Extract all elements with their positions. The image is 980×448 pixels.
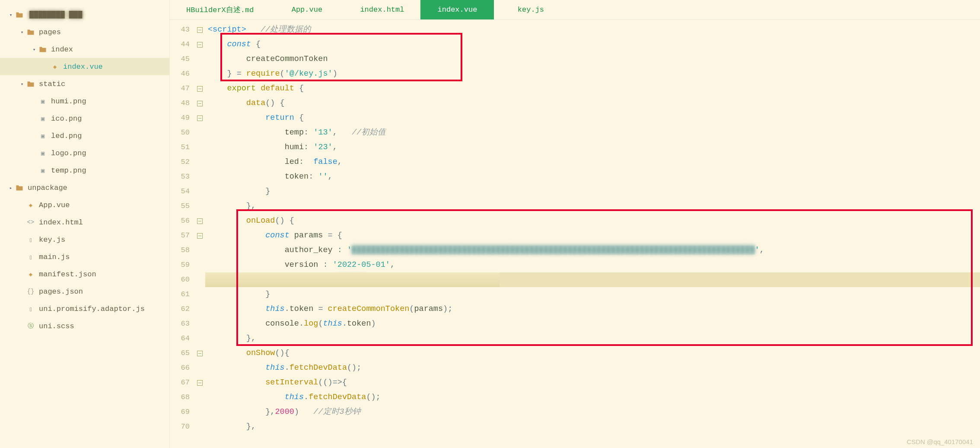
fold-toggle-icon[interactable]: [197, 27, 203, 33]
code-line: }: [205, 287, 980, 302]
code-line: createCommonToken: [205, 52, 980, 67]
tree-label: pages.json: [39, 288, 83, 296]
tree-file[interactable]: <>index.html: [0, 214, 169, 231]
tree-file[interactable]: ⓢuni.scss: [0, 317, 169, 335]
code-line: }: [205, 184, 980, 199]
tree-label: logo.png: [51, 149, 86, 157]
js-file-icon: ▯: [27, 236, 35, 243]
code-line: version : '2022-05-01',: [205, 258, 980, 272]
tree-file[interactable]: ◈App.vue: [0, 196, 169, 214]
code-line: return {: [205, 111, 980, 125]
tree-label: humi.png: [51, 97, 86, 106]
tree-label: temp.png: [51, 166, 86, 175]
tab-index-html[interactable]: index.html: [344, 0, 420, 19]
tree-file[interactable]: ▯main.js: [0, 248, 169, 266]
html-file-icon: <>: [27, 218, 35, 226]
tree-file[interactable]: ▣humi.png: [0, 93, 169, 110]
chevron-down-icon: ▾: [31, 47, 37, 52]
tree-label: static: [39, 80, 65, 88]
tab-index-vue[interactable]: index.vue: [420, 0, 494, 19]
folder-icon: [16, 11, 23, 19]
main-area: HBuilderX自述.md App.vue index.html index.…: [170, 0, 980, 448]
fold-toggle-icon[interactable]: [197, 218, 203, 224]
image-file-icon: ▣: [39, 97, 47, 105]
code-line: humi: '23',: [205, 140, 980, 155]
watermark: CSDN @qq_40170041: [907, 438, 973, 445]
tab-label: HBuilderX自述.md: [186, 5, 254, 15]
code-line: const {: [205, 37, 980, 52]
code-line: this.fetchDevData();: [205, 361, 980, 375]
code-line: },: [205, 419, 980, 434]
fold-toggle-icon[interactable]: [197, 115, 203, 121]
tree-label: led.png: [51, 132, 82, 140]
code-line: onShow(){: [205, 346, 980, 361]
tree-file[interactable]: {}pages.json: [0, 283, 169, 300]
tree-label: unpackage: [28, 184, 67, 192]
tab-label: App.vue: [292, 6, 322, 14]
fold-toggle-icon[interactable]: [197, 42, 203, 48]
code-line: export default {: [205, 81, 980, 96]
chevron-right-icon: ▸: [8, 185, 14, 191]
chevron-down-icon: ▾: [19, 81, 25, 87]
gutter: 43444546 47484950 51525354 55565758 5960…: [170, 20, 194, 448]
tab-app-vue[interactable]: App.vue: [270, 0, 344, 19]
tab-hbuilderx-readme[interactable]: HBuilderX自述.md: [170, 0, 270, 19]
code-editor[interactable]: 43444546 47484950 51525354 55565758 5960…: [170, 20, 980, 448]
code-line: led: false,: [205, 155, 980, 170]
code-line: } = require('@/key.js'): [205, 67, 980, 81]
code-line: },: [205, 331, 980, 346]
tree-file[interactable]: ▯uni.promisify.adaptor.js: [0, 300, 169, 317]
code-line: this.token = createCommonToken(params);: [205, 302, 980, 317]
folder-icon: [39, 45, 47, 53]
js-file-icon: ▯: [27, 305, 35, 313]
fold-toggle-icon[interactable]: [197, 233, 203, 239]
tree-file-index-vue[interactable]: ◈ index.vue: [0, 58, 169, 75]
fold-toggle-icon[interactable]: [197, 86, 203, 92]
tab-label: index.vue: [438, 6, 477, 14]
tree-label: App.vue: [39, 201, 70, 209]
image-file-icon: ▣: [39, 166, 47, 174]
tab-key-js[interactable]: key.js: [494, 0, 567, 19]
tree-label: uni.scss: [39, 322, 74, 330]
tree-file[interactable]: ▣led.png: [0, 127, 169, 144]
code-line: console.log(this.token): [205, 317, 980, 331]
fold-column: [194, 20, 205, 448]
tree-file[interactable]: ▣temp.png: [0, 162, 169, 179]
tree-root[interactable]: ▾ ████████ ███: [0, 6, 169, 23]
tree-label: manifest.json: [39, 270, 96, 278]
tree-label: key.js: [39, 236, 65, 244]
fold-toggle-icon[interactable]: [197, 380, 203, 386]
image-file-icon: ▣: [39, 115, 47, 122]
vue-file-icon: ◈: [27, 201, 35, 209]
fold-toggle-icon[interactable]: [197, 101, 203, 106]
code-content[interactable]: <script> //处理数据的 const { createCommonTok…: [205, 20, 980, 448]
tab-label: key.js: [518, 6, 544, 14]
tree-file[interactable]: ▣logo.png: [0, 144, 169, 162]
code-line-current: user_id : '██████',: [205, 272, 980, 287]
code-line: onLoad() {: [205, 214, 980, 228]
code-line: <script> //处理数据的: [205, 22, 980, 37]
tree-label: ico.png: [51, 115, 82, 123]
js-file-icon: ▯: [27, 253, 35, 261]
tree-file[interactable]: ▯key.js: [0, 231, 169, 248]
code-line: temp: '13', //初始值: [205, 125, 980, 140]
tree-label: index.vue: [63, 63, 103, 71]
code-line: },2000) //定时3秒钟: [205, 405, 980, 419]
tree-file[interactable]: ◈manifest.json: [0, 266, 169, 283]
tree-label: uni.promisify.adaptor.js: [39, 305, 145, 313]
tree-label: pages: [39, 28, 61, 36]
tree-folder-pages[interactable]: ▾ pages: [0, 23, 169, 41]
code-line: const params = {: [205, 228, 980, 243]
tree-folder-unpackage[interactable]: ▸ unpackage: [0, 179, 169, 196]
scss-file-icon: ⓢ: [27, 322, 35, 330]
tree-folder-static[interactable]: ▾ static: [0, 75, 169, 93]
chevron-down-icon: ▾: [19, 29, 25, 35]
tree-label: index: [51, 45, 73, 54]
fold-toggle-icon[interactable]: [197, 351, 203, 356]
folder-icon: [16, 184, 23, 192]
tree-file[interactable]: ▣ico.png: [0, 110, 169, 127]
tree-folder-index[interactable]: ▾ index: [0, 41, 169, 58]
code-line: data() {: [205, 96, 980, 111]
tree-label: main.js: [39, 253, 70, 261]
file-explorer: ▾ ████████ ███ ▾ pages ▾ index ◈ index.v…: [0, 0, 170, 448]
